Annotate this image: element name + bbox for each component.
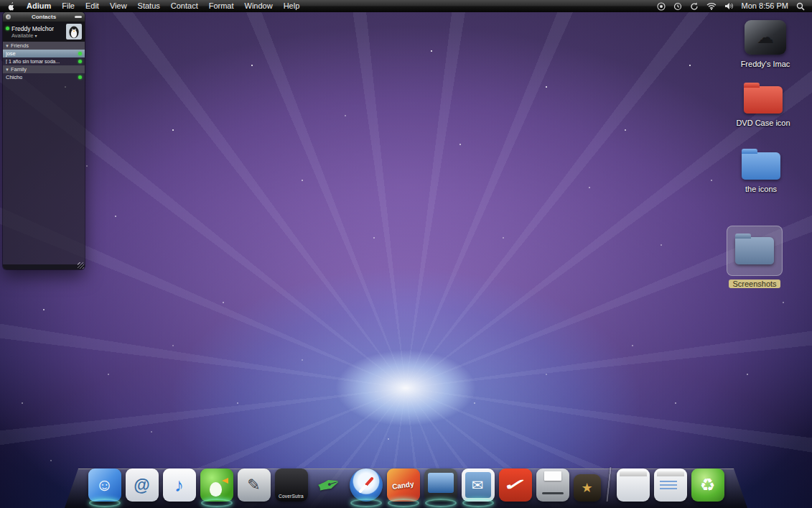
dock-trash[interactable]: ♻ (691, 468, 724, 502)
dock-feather[interactable]: ✒ (312, 468, 345, 502)
folder-icon (735, 237, 774, 264)
penguin-avatar-icon (67, 24, 81, 39)
dock-divider (606, 467, 611, 502)
group-header-family[interactable]: ▼ Family (3, 65, 85, 73)
dock-minimized-window-2[interactable] (654, 468, 687, 502)
feather-quill-icon: ✒ (308, 464, 350, 506)
minimized-window-icon (654, 468, 687, 502)
avatar[interactable] (66, 24, 82, 40)
dock-utilities[interactable]: ✎ (238, 468, 271, 502)
dock-coversutra[interactable]: CoverSutra (275, 468, 308, 502)
running-indicator (462, 499, 494, 507)
star-badge-glyph: ★ (581, 480, 592, 496)
apple-menu-icon[interactable] (7, 1, 16, 11)
running-indicator (89, 499, 121, 507)
dock-mail[interactable]: ✉ (462, 468, 495, 502)
group-header-friends[interactable]: ▼ Friends (3, 42, 85, 50)
menu-file[interactable]: File (62, 0, 75, 12)
quill-glyph: ✒ (312, 466, 345, 504)
hard-drive-icon: ☁ (745, 20, 786, 55)
dock-badge-app[interactable]: ★ (574, 474, 601, 502)
menubar-right: Mon 8:56 PM (657, 0, 812, 12)
dock-minimized-window-1[interactable] (617, 468, 650, 502)
online-status-icon (78, 60, 82, 63)
icon-label: Screenshots (729, 280, 780, 288)
user-meta: Freddy Melchor Available ▾ (6, 25, 66, 39)
menu-format[interactable]: Format (209, 0, 234, 12)
contact-name: Chicho (6, 74, 22, 80)
window-control-icon[interactable] (75, 16, 82, 18)
window-titlebar[interactable]: x Contacts (3, 12, 85, 22)
desktop-icon-the-icons[interactable]: the icons (725, 152, 797, 193)
adium-menu-icon[interactable] (657, 2, 666, 11)
window-title: Contacts (3, 14, 85, 20)
desktop-icon-dvd-case[interactable]: DVD Case icon (727, 86, 799, 127)
disclosure-triangle-icon[interactable]: ▼ (5, 68, 9, 72)
dock-adium[interactable] (200, 468, 233, 502)
desktop-icon-freddys-imac[interactable]: ☁ Freddy's Imac (729, 20, 801, 68)
available-status-icon (6, 27, 9, 30)
volume-icon[interactable] (724, 2, 734, 10)
group-name: Friends (11, 42, 29, 49)
desktop-icon-screenshots[interactable]: Screenshots (719, 226, 790, 288)
dock-email[interactable]: @ (126, 468, 159, 502)
time-machine-icon[interactable] (673, 2, 682, 11)
resize-grip-icon[interactable] (78, 262, 84, 269)
app-menu-adium[interactable]: Adium (27, 0, 51, 12)
menu-contact[interactable]: Contact (171, 0, 198, 12)
adium-duck-icon (200, 468, 233, 502)
recycle-glyph: ♻ (700, 475, 716, 495)
music-note-glyph: ♪ (174, 474, 184, 497)
menu-view[interactable]: View (110, 0, 127, 12)
close-button-icon[interactable]: x (6, 14, 11, 19)
pen-glyph: ✎ (247, 476, 260, 494)
dock-safari[interactable] (350, 468, 383, 502)
dock-printer[interactable] (536, 468, 569, 502)
window-footer (3, 264, 85, 269)
menubar-clock[interactable]: Mon 8:56 PM (742, 0, 788, 12)
badge-app-icon: ★ (574, 474, 601, 502)
at-sign-glyph: @ (134, 476, 149, 495)
trash-recycle-icon: ♻ (691, 468, 724, 502)
running-indicator (350, 499, 382, 507)
dock-display[interactable] (424, 468, 457, 502)
chevron-down-icon: ▾ (34, 34, 37, 38)
swoosh-glyph: ✓ (501, 476, 530, 494)
contact-row-jose[interactable]: jose (3, 50, 85, 57)
display-monitor-icon (424, 468, 457, 502)
wifi-icon[interactable] (706, 2, 717, 10)
running-indicator (388, 499, 419, 507)
contact-row-soda[interactable]: [ 1 año sin tomar soda... (3, 57, 85, 65)
printer-icon (536, 468, 569, 502)
safari-compass-icon (350, 468, 383, 502)
status-dropdown[interactable]: Available ▾ (11, 32, 66, 39)
menu-window[interactable]: Window (245, 0, 273, 12)
contact-name: [ 1 año sin tomar soda... (6, 59, 60, 64)
candy-label: Candy (392, 479, 415, 490)
spotlight-icon[interactable] (796, 2, 805, 11)
disclosure-triangle-icon[interactable]: ▼ (5, 44, 9, 48)
coversutra-icon: CoverSutra (275, 468, 308, 502)
contact-row-chicho[interactable]: Chicho (3, 73, 85, 81)
adium-contacts-window: x Contacts Freddy Melchor Available ▾ ▼ … (3, 12, 85, 269)
user-name: Freddy Melchor (11, 25, 54, 32)
utilities-icon: ✎ (238, 468, 271, 502)
coversutra-label: CoverSutra (279, 494, 304, 499)
nike-box-icon: ✓ (499, 468, 532, 502)
dock-candybar[interactable]: Candy (387, 468, 420, 502)
menu-help[interactable]: Help (284, 0, 300, 12)
dock-music[interactable]: ♪ (163, 468, 196, 502)
sync-icon[interactable] (690, 2, 699, 11)
group-name: Family (11, 66, 27, 73)
icon-label: the icons (745, 185, 777, 193)
menubar: Adium File Edit View Status Contact Form… (0, 0, 812, 12)
icon-label: DVD Case icon (736, 119, 790, 127)
running-indicator (425, 499, 457, 507)
dock-nike[interactable]: ✓ (499, 468, 532, 502)
menu-edit[interactable]: Edit (85, 0, 99, 12)
dock-finder[interactable]: ☺ (88, 468, 121, 502)
user-identity-row[interactable]: Freddy Melchor Available ▾ (3, 22, 85, 42)
menu-status[interactable]: Status (138, 0, 160, 12)
dock-icons-row: ☺ @ ♪ ✎ CoverSutra ✒ Candy (0, 467, 812, 502)
contact-list-empty-area (3, 81, 85, 264)
